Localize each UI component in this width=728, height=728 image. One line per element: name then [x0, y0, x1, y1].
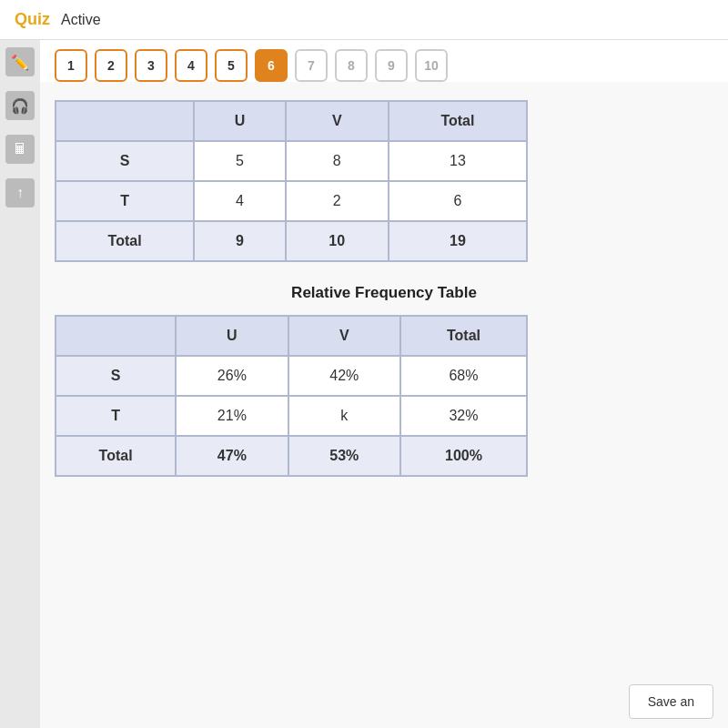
freq-total-u: 9 — [194, 221, 286, 261]
rel-s-v: 42% — [288, 356, 400, 396]
rel-row-total: Total 47% 53% 100% — [56, 436, 527, 476]
question-btn-1[interactable]: 1 — [55, 49, 87, 82]
rel-header-total: Total — [400, 316, 527, 356]
frequency-table-container: U V Total S 5 8 13 T 4 2 6 — [55, 100, 528, 262]
relative-frequency-title: Relative Frequency Table — [55, 284, 713, 302]
rel-header-0 — [56, 316, 176, 356]
question-btn-10: 10 — [415, 49, 448, 82]
active-label: Active — [61, 12, 101, 28]
freq-row-s-label: S — [56, 141, 194, 181]
calculator-icon[interactable]: 🖩 — [5, 135, 35, 164]
rel-row-t: T 21% k 32% — [56, 396, 527, 436]
freq-s-v: 8 — [286, 141, 389, 181]
main-content: U V Total S 5 8 13 T 4 2 6 — [40, 82, 728, 728]
question-btn-6[interactable]: 6 — [255, 49, 288, 82]
rel-s-total: 68% — [400, 356, 527, 396]
quiz-label: Quiz — [15, 10, 50, 29]
rel-total-v: 53% — [288, 436, 400, 476]
freq-header-v: V — [286, 101, 389, 141]
relative-frequency-table: U V Total S 26% 42% 68% T 21% — [55, 315, 528, 477]
rel-total-label: Total — [56, 436, 176, 476]
headphone-icon[interactable]: 🎧 — [5, 91, 35, 120]
freq-t-total: 6 — [389, 181, 527, 221]
freq-total-v: 10 — [286, 221, 389, 261]
relative-frequency-table-container: U V Total S 26% 42% 68% T 21% — [55, 315, 528, 477]
rel-t-total: 32% — [400, 396, 527, 436]
rel-row-s-label: S — [56, 356, 176, 396]
frequency-table: U V Total S 5 8 13 T 4 2 6 — [55, 100, 528, 262]
rel-row-s: S 26% 42% 68% — [56, 356, 527, 396]
question-btn-9: 9 — [375, 49, 408, 82]
question-btn-3[interactable]: 3 — [135, 49, 167, 82]
freq-t-v: 2 — [286, 181, 389, 221]
relative-frequency-section: Relative Frequency Table U V Total S 26%… — [55, 284, 713, 477]
freq-header-0 — [56, 101, 194, 141]
rel-header-v: V — [288, 316, 400, 356]
freq-total-label: Total — [56, 221, 194, 261]
freq-s-total: 13 — [389, 141, 527, 181]
arrow-icon[interactable]: ↑ — [5, 178, 35, 207]
question-btn-4[interactable]: 4 — [175, 49, 207, 82]
rel-total-u: 47% — [176, 436, 288, 476]
freq-row-t-label: T — [56, 181, 194, 221]
rel-header-u: U — [176, 316, 288, 356]
rel-total-total: 100% — [400, 436, 527, 476]
rel-row-t-label: T — [56, 396, 176, 436]
save-area: Save an — [629, 684, 713, 719]
question-btn-7: 7 — [295, 49, 328, 82]
freq-row-s: S 5 8 13 — [56, 141, 527, 181]
freq-header-total: Total — [389, 101, 527, 141]
question-btn-5[interactable]: 5 — [215, 49, 248, 82]
pencil-icon[interactable]: ✏️ — [5, 47, 35, 76]
save-button[interactable]: Save an — [629, 684, 713, 719]
freq-s-u: 5 — [194, 141, 286, 181]
freq-row-total: Total 9 10 19 — [56, 221, 527, 261]
freq-header-u: U — [194, 101, 286, 141]
freq-row-t: T 4 2 6 — [56, 181, 527, 221]
question-btn-2[interactable]: 2 — [95, 49, 127, 82]
question-btn-8: 8 — [335, 49, 368, 82]
rel-s-u: 26% — [176, 356, 288, 396]
freq-t-u: 4 — [194, 181, 286, 221]
sidebar: ✏️ 🎧 🖩 ↑ — [0, 40, 40, 728]
freq-total-total: 19 — [389, 221, 527, 261]
header: Quiz Active — [0, 0, 728, 40]
rel-t-v: k — [288, 396, 400, 436]
rel-t-u: 21% — [176, 396, 288, 436]
